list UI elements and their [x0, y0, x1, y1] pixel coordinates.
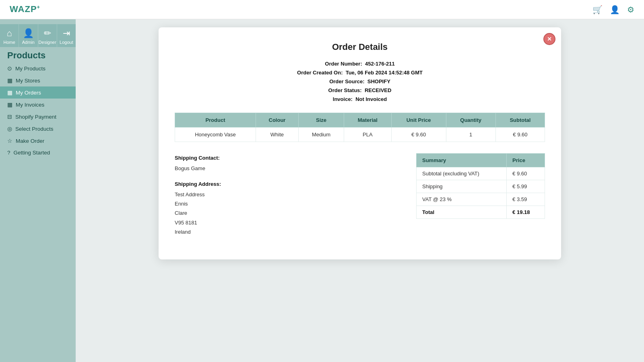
order-status-label: Order Status:	[328, 87, 362, 93]
cell-unit-price: € 9.60	[391, 128, 446, 142]
order-invoice-row: Invoice: Not Invoiced	[175, 95, 545, 104]
col-subtotal: Subtotal	[495, 113, 545, 128]
summary-col-label: Summary	[417, 154, 507, 167]
shipping-address-line-4: V95 8181	[175, 218, 400, 227]
order-status-row: Order Status: RECEIVED	[175, 86, 545, 95]
sidebar-nav-admin[interactable]: 👤 Admin	[19, 24, 38, 47]
order-created-label: Order Created On:	[297, 70, 343, 76]
col-size: Size	[299, 113, 344, 128]
sidebar-nav-logout[interactable]: ⇥ Logout	[57, 24, 76, 47]
shipping-address-line-1: Test Address	[175, 190, 400, 199]
summary-total-label: Total	[417, 206, 507, 219]
getting-started-icon: ?	[7, 150, 10, 156]
table-row: Honeycomb Vase White Medium PLA € 9.60 1…	[175, 128, 545, 142]
summary-shipping-value: € 5.99	[507, 180, 545, 193]
shipping-info: Shipping Contact: Bogus Game Shipping Ad…	[175, 153, 400, 243]
sidebar-nav-designer[interactable]: ✏ Designer	[38, 24, 57, 47]
order-source-value: SHOPIFY	[367, 78, 390, 84]
user-icon[interactable]: 👤	[610, 5, 620, 14]
order-invoice-value: Not Invoiced	[355, 96, 387, 102]
sidebar-item-my-invoices[interactable]: ▦ My Invoices	[0, 99, 76, 111]
designer-icon: ✏	[44, 28, 51, 39]
logout-icon: ⇥	[63, 28, 70, 39]
cart-icon[interactable]: 🛒	[592, 5, 603, 14]
main-area: ⌂ Home 👤 Admin ✏ Designer ⇥ Logout Produ…	[0, 19, 644, 362]
cell-material: PLA	[344, 128, 392, 142]
col-colour: Colour	[256, 113, 298, 128]
top-nav: WAZP+ 🛒 👤 ⚙	[0, 0, 644, 19]
order-status-value: RECEIVED	[365, 87, 391, 93]
summary-vat-label: VAT @ 23 %	[417, 193, 507, 206]
order-meta: Order Number: 452-176-211 Order Created …	[175, 60, 545, 104]
shipping-address-line-5: Ireland	[175, 227, 400, 237]
sidebar-item-make-order[interactable]: ☆ Make Order	[0, 135, 76, 147]
col-unit-price: Unit Price	[391, 113, 446, 128]
summary-subtotal-value: € 9.60	[507, 167, 545, 180]
summary-header-row: Summary Price	[417, 154, 545, 167]
sidebar-item-select-products[interactable]: ◎ Select Products	[0, 123, 76, 135]
select-products-icon: ◎	[7, 125, 12, 132]
order-created-value: Tue, 06 Feb 2024 14:52:48 GMT	[346, 70, 423, 76]
cell-product: Honeycomb Vase	[175, 128, 256, 142]
my-products-icon: ⊙	[7, 65, 12, 72]
order-invoice-label: Invoice:	[333, 96, 353, 102]
summary-vat-value: € 3.59	[507, 193, 545, 206]
home-icon: ⌂	[6, 28, 12, 39]
summary-col-price: Price	[507, 154, 545, 167]
summary-row-total: Total € 19.18	[417, 206, 545, 219]
shipping-address-line-3: Clare	[175, 208, 400, 218]
modal-title: Order Details	[175, 42, 545, 52]
summary-subtotal-label: Subtotal (excluding VAT)	[417, 167, 507, 180]
order-source-row: Order Source: SHOPIFY	[175, 77, 545, 86]
my-orders-icon: ▦	[7, 89, 12, 96]
shipping-contact-value: Bogus Game	[175, 165, 205, 171]
my-invoices-icon: ▦	[7, 101, 12, 108]
shipping-contact-label: Shipping Contact:	[175, 153, 400, 162]
summary-row-vat: VAT @ 23 % € 3.59	[417, 193, 545, 206]
shipping-address-section: Shipping Address: Test Address Ennis Cla…	[175, 179, 400, 237]
sidebar-item-shopify-payment[interactable]: ⊟ Shopify Payment	[0, 111, 76, 123]
shipping-address-label: Shipping Address:	[175, 179, 400, 189]
my-stores-icon: ▦	[7, 77, 12, 84]
summary-total-value: € 19.18	[507, 206, 545, 219]
cell-size: Medium	[299, 128, 344, 142]
sidebar-section-title: Products	[0, 47, 76, 62]
settings-icon[interactable]: ⚙	[627, 5, 634, 14]
order-number-label: Order Number:	[325, 61, 362, 67]
summary-row-subtotal: Subtotal (excluding VAT) € 9.60	[417, 167, 545, 180]
logo: WAZP+	[10, 4, 40, 14]
col-quantity: Quantity	[446, 113, 495, 128]
col-product: Product	[175, 113, 256, 128]
order-number-value: 452-176-211	[365, 61, 395, 67]
sidebar-item-my-products[interactable]: ⊙ My Products	[0, 62, 76, 74]
sidebar-item-my-orders[interactable]: ▦ My Orders	[0, 86, 76, 99]
sidebar-item-getting-started[interactable]: ? Getting Started	[0, 147, 76, 158]
content-area: ✕ Order Details Order Number: 452-176-21…	[76, 19, 644, 362]
order-source-label: Order Source:	[329, 78, 364, 84]
summary-shipping-label: Shipping	[417, 180, 507, 193]
col-material: Material	[344, 113, 392, 128]
order-details-modal: ✕ Order Details Order Number: 452-176-21…	[159, 27, 561, 259]
sidebar-top-nav: ⌂ Home 👤 Admin ✏ Designer ⇥ Logout	[0, 24, 76, 47]
cell-subtotal: € 9.60	[495, 128, 545, 142]
table-header-row: Product Colour Size Material Unit Price …	[175, 113, 545, 128]
bottom-section: Shipping Contact: Bogus Game Shipping Ad…	[175, 153, 545, 243]
summary-table: Summary Price Subtotal (excluding VAT) €…	[416, 153, 545, 219]
modal-close-button[interactable]: ✕	[543, 33, 555, 45]
shipping-address-line-2: Ennis	[175, 199, 400, 208]
cell-quantity: 1	[446, 128, 495, 142]
shipping-contact-section: Shipping Contact: Bogus Game	[175, 153, 400, 173]
sidebar-nav-home[interactable]: ⌂ Home	[0, 24, 19, 47]
cell-colour: White	[256, 128, 298, 142]
make-order-icon: ☆	[7, 138, 12, 144]
order-table: Product Colour Size Material Unit Price …	[175, 113, 545, 142]
nav-icons: 🛒 👤 ⚙	[592, 5, 634, 14]
summary-row-shipping: Shipping € 5.99	[417, 180, 545, 193]
order-created-row: Order Created On: Tue, 06 Feb 2024 14:52…	[175, 68, 545, 77]
sidebar-item-my-stores[interactable]: ▦ My Stores	[0, 74, 76, 86]
shopify-payment-icon: ⊟	[7, 113, 12, 120]
sidebar: ⌂ Home 👤 Admin ✏ Designer ⇥ Logout Produ…	[0, 19, 76, 362]
order-number-row: Order Number: 452-176-211	[175, 60, 545, 68]
admin-icon: 👤	[23, 28, 34, 39]
